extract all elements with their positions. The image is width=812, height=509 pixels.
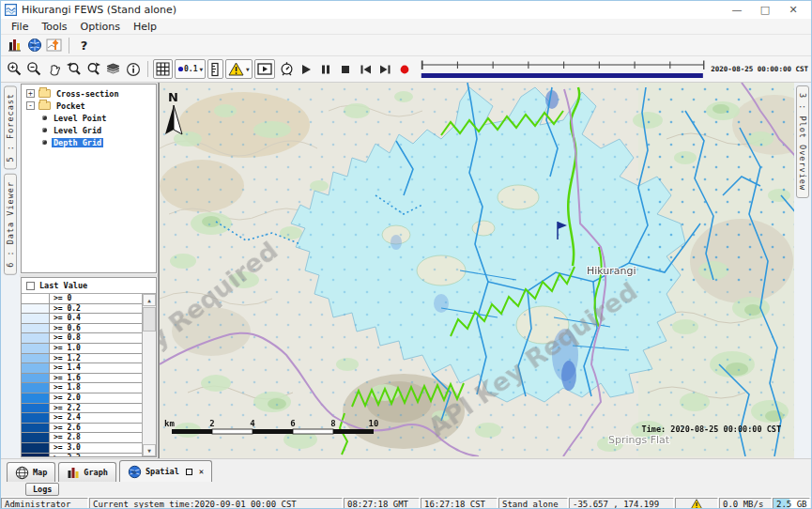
legend-row: >= 0.4	[22, 314, 142, 324]
tab-map[interactable]: Map	[7, 462, 55, 482]
status-warning-cell[interactable]	[675, 498, 718, 509]
legend-label: >= 0.8	[50, 333, 142, 343]
time-slider-range-bar[interactable]	[421, 73, 702, 78]
scroll-thumb[interactable]	[143, 307, 156, 332]
scroll-down-icon[interactable]: ▼	[143, 444, 156, 456]
legend-row: >= 0.6	[22, 324, 142, 334]
close-button[interactable]: ✕	[779, 4, 807, 16]
thresholds-warning-dropdown[interactable]: ▼	[225, 59, 253, 79]
spatial-display-icon[interactable]	[24, 36, 44, 55]
tree-node-pocket[interactable]: - Pocket	[22, 100, 156, 112]
threshold-dropdown[interactable]: 0.1 ▼	[175, 59, 206, 79]
zoom-next-icon[interactable]	[84, 59, 103, 79]
minimize-button[interactable]: —	[723, 4, 751, 16]
legend-row: >= 1.8	[22, 383, 142, 393]
map-viewport[interactable]: API Key Required API Key Required N km	[159, 83, 794, 458]
maximize-button[interactable]: □	[751, 4, 779, 16]
tab-data-viewer[interactable]: 6 : Data Viewer	[4, 174, 17, 275]
grid-layer-button[interactable]	[153, 59, 173, 79]
stop-button[interactable]	[336, 59, 356, 79]
legend-row: >= 1.2	[22, 354, 142, 364]
status-memory-gauge: 2.5 GB	[773, 498, 810, 509]
expander-icon[interactable]: -	[26, 101, 35, 110]
legend-row: >= 2.4	[22, 413, 142, 424]
chevron-down-icon: ▼	[246, 66, 250, 72]
panel-close-icon[interactable]: ✕	[199, 467, 204, 476]
layers-icon[interactable]	[103, 59, 123, 79]
record-button[interactable]	[395, 59, 415, 79]
zoom-in-icon[interactable]	[5, 59, 24, 79]
toolbar-separator	[69, 38, 69, 54]
expander-icon[interactable]: +	[26, 89, 35, 98]
zoom-out-icon[interactable]	[24, 59, 44, 79]
info-icon[interactable]	[123, 59, 143, 79]
movie-play-icon	[257, 63, 272, 75]
pan-hand-icon[interactable]	[44, 59, 64, 79]
legend-swatch	[22, 324, 50, 333]
tree-node-cross-section[interactable]: + Cross-section	[22, 87, 156, 100]
tree-node-label-selected[interactable]: Depth Grid	[52, 138, 103, 147]
legend-label: >= 3.2	[50, 454, 142, 457]
left-tab-strip: 5 : Forecast 6 : Data Viewer	[1, 83, 20, 458]
chevron-down-icon: ▼	[199, 66, 203, 72]
step-forward-button[interactable]	[375, 59, 395, 79]
tab-graph[interactable]: Graph	[58, 462, 116, 482]
legend-swatch	[22, 443, 50, 453]
step-back-button[interactable]	[356, 59, 375, 79]
menu-tools[interactable]: Tools	[35, 21, 73, 33]
database-viewer-icon[interactable]	[5, 36, 24, 55]
zoom-previous-icon[interactable]	[64, 59, 84, 79]
menu-options[interactable]: Options	[74, 21, 127, 33]
tree-node-level-point[interactable]: Level Point	[22, 112, 156, 124]
timeseries-display-icon[interactable]	[44, 36, 64, 55]
menu-file[interactable]: File	[5, 21, 35, 33]
threshold-value: 0.1	[184, 65, 197, 73]
pause-button[interactable]	[316, 59, 336, 79]
bullet-icon	[42, 128, 47, 132]
time-slider[interactable]	[420, 58, 706, 81]
legend-swatch	[22, 413, 50, 423]
tab-spatial[interactable]: Spatial ✕	[119, 460, 212, 482]
timer-icon[interactable]	[277, 59, 297, 79]
scroll-up-icon[interactable]: ▲	[143, 294, 156, 306]
legend-label: >= 2.8	[50, 433, 142, 442]
legend-swatch	[22, 433, 50, 442]
legend-label: >= 1.2	[50, 354, 142, 363]
spatial-left-panel: + Cross-section - Pocket Level Point Lev…	[20, 83, 159, 458]
menu-bar: File Tools Options Help	[1, 19, 811, 35]
legend-row: >= 1.0	[22, 344, 142, 354]
legend-row: >= 2.0	[22, 393, 142, 404]
status-coordinates: -35.657 , 174.199	[569, 498, 674, 509]
svg-text:km: km	[164, 419, 175, 428]
threshold-dot-icon	[177, 66, 184, 72]
last-value-checkbox[interactable]	[26, 282, 35, 290]
scale-ruler-button[interactable]	[207, 59, 223, 79]
tree-node-label[interactable]: Pocket	[54, 101, 87, 111]
ruler-icon	[210, 62, 221, 77]
legend-swatch	[22, 383, 50, 393]
layer-tree: + Cross-section - Pocket Level Point Lev…	[21, 84, 157, 273]
legend-swatch	[22, 294, 50, 303]
tree-node-label[interactable]: Cross-section	[54, 89, 121, 99]
svg-text:2: 2	[209, 419, 214, 428]
tab-plot-overview[interactable]: 3 : Plot Overview	[796, 85, 809, 198]
play-button[interactable]	[297, 59, 316, 79]
menu-help[interactable]: Help	[127, 21, 163, 33]
svg-text:N: N	[168, 90, 178, 104]
last-value-option[interactable]: Last Value	[22, 278, 156, 293]
legend-swatch	[22, 393, 50, 403]
legend-row: >= 2.6	[22, 424, 142, 434]
help-button[interactable]: ?	[74, 36, 94, 55]
warning-icon	[690, 499, 703, 509]
tree-node-depth-grid[interactable]: Depth Grid	[22, 136, 156, 148]
tree-node-level-grid[interactable]: Level Grid	[22, 124, 156, 136]
tree-node-label[interactable]: Level Grid	[52, 126, 103, 135]
status-user: Administrator	[1, 498, 88, 509]
tab-forecast[interactable]: 5 : Forecast	[4, 85, 17, 169]
scroll-track	[143, 332, 156, 444]
tree-node-label[interactable]: Level Point	[52, 114, 108, 123]
legend-scrollbar[interactable]: ▲ ▼	[142, 294, 156, 456]
logs-button[interactable]: Logs	[25, 483, 59, 496]
animation-button[interactable]	[254, 59, 275, 79]
panel-restore-icon[interactable]	[186, 469, 192, 475]
